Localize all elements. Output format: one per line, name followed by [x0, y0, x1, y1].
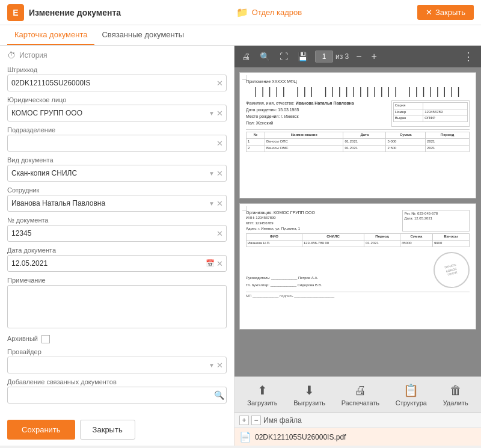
- search-button[interactable]: 🔍: [214, 390, 224, 400]
- structure-icon: 📋: [403, 383, 418, 397]
- doc-type-input-wrap: Скан-копия СНИЛС ▼ ✕: [7, 165, 227, 182]
- doc-date-label: Дата документа: [7, 247, 227, 254]
- tabs-row: Карточка документа Связанные документы: [0, 25, 481, 46]
- doc-number-label: № документа: [7, 216, 227, 224]
- download-button[interactable]: ⬇ Выгрузить: [293, 383, 325, 407]
- print-icon: 🖨: [354, 384, 366, 397]
- page-corner-1: [242, 75, 247, 80]
- pdf-page-info: 1 из 3: [315, 51, 349, 63]
- header-bar: E Изменение документа 📁 Отдел кадров ✕ З…: [0, 0, 481, 25]
- provider-dropdown-icon[interactable]: ▼: [209, 362, 215, 369]
- tab-card[interactable]: Карточка документа: [7, 25, 94, 45]
- save-button[interactable]: Сохранить: [7, 420, 75, 440]
- structure-button[interactable]: 📋 Структура: [396, 383, 427, 407]
- legal-entity-dropdown-icon[interactable]: ▼: [209, 110, 215, 117]
- employee-dropdown-icon[interactable]: ▼: [209, 200, 215, 207]
- barcode-label: Штрихкод: [7, 66, 227, 73]
- barcode-field-group: Штрихкод 02DK121105SU26000IS ✕: [7, 66, 227, 91]
- note-field-group: Примечание: [7, 277, 227, 330]
- doc-table-2: №НаименованиеДатаСуммаПериод 1Взносы ОПС…: [246, 132, 470, 152]
- pdf-page1-content: Приложение XXXXX МФЦ ||||| ||| |||||||||…: [240, 73, 476, 158]
- close-button[interactable]: Закрыть: [80, 420, 135, 440]
- file-list-header-text: Имя файла: [263, 416, 302, 425]
- calendar-icon[interactable]: 📅: [206, 259, 215, 268]
- related-docs-search-input[interactable]: [7, 387, 227, 404]
- bottom-toolbar: ⬆ Загрузить ⬇ Выгрузить 🖨 Распечатать 📋 …: [234, 376, 481, 413]
- stamp-seal: ПЕЧАТЬКОМОСГРУПП: [434, 252, 470, 288]
- pdf-zoom-in-icon[interactable]: +: [369, 50, 379, 63]
- delete-icon: 🗑: [450, 384, 462, 397]
- legal-entity-clear-icon[interactable]: ✕: [216, 109, 223, 118]
- legal-entity-input-wrap: КОМОС ГРУПП ООО ▼ ✕: [7, 105, 227, 121]
- app-logo: E: [7, 4, 24, 21]
- employee-clear-icon[interactable]: ✕: [216, 199, 223, 208]
- folder-icon: 📁: [236, 7, 248, 18]
- doc-number-input-wrap: 12345 ✕: [7, 225, 227, 242]
- print-button[interactable]: 🖨 Распечатать: [342, 384, 379, 407]
- barcode-value[interactable]: 02DK121105SU26000IS: [7, 75, 227, 91]
- note-textarea[interactable]: [7, 285, 227, 328]
- provider-label: Провайдер: [7, 348, 227, 355]
- doc-date-clear-icon[interactable]: ✕: [216, 259, 223, 268]
- doc-number-value[interactable]: 12345: [7, 225, 227, 242]
- file-add-button[interactable]: +: [239, 416, 249, 425]
- bottom-actions: Сохранить Закрыть: [7, 414, 227, 446]
- doc-type-value[interactable]: Скан-копия СНИЛС: [7, 165, 227, 182]
- related-docs-field-group: Добавление связанных документов 🔍: [7, 378, 227, 404]
- header-close-button[interactable]: ✕ Закрыть: [417, 5, 474, 20]
- division-clear-icon[interactable]: ✕: [216, 139, 223, 148]
- doc-date-field-group: Дата документа 12.05.2021 📅 ✕: [7, 247, 227, 272]
- pdf-zoom-out-icon[interactable]: −: [354, 50, 364, 63]
- header-title: Изменение документа: [29, 8, 121, 17]
- page-corner-2: [242, 206, 247, 211]
- pdf-more-options-icon[interactable]: ⋮: [461, 49, 476, 64]
- doc-table-3: ФИОСНИЛСПериодСуммаВзносы Иванова Н.П.12…: [246, 233, 470, 247]
- pdf-content[interactable]: Приложение XXXXX МФЦ ||||| ||| |||||||||…: [234, 67, 481, 376]
- pdf-save-icon[interactable]: 💾: [295, 51, 310, 63]
- doc-type-dropdown-icon[interactable]: ▼: [209, 170, 215, 177]
- file-list: + − Имя файла 📄 02DK121105SU26000IS.pdf: [234, 413, 481, 446]
- pdf-page-1: Приложение XXXXX МФЦ ||||| ||| |||||||||…: [239, 72, 476, 198]
- archive-checkbox[interactable]: [41, 335, 50, 343]
- related-docs-label: Добавление связанных документов: [7, 378, 227, 385]
- tab-related[interactable]: Связанные документы: [94, 25, 191, 45]
- barcode-input-wrap: 02DK121105SU26000IS ✕: [7, 75, 227, 91]
- pdf-file-icon: 📄: [239, 431, 251, 443]
- history-icon: ⏱: [7, 51, 16, 60]
- legal-entity-field-group: Юридическое лицо КОМОС ГРУПП ООО ▼ ✕: [7, 96, 227, 121]
- upload-icon: ⬆: [257, 383, 268, 397]
- close-x-icon: ✕: [426, 8, 432, 17]
- delete-button[interactable]: 🗑 Удалить: [443, 384, 468, 407]
- history-label: История: [19, 51, 47, 60]
- legal-entity-value[interactable]: КОМОС ГРУПП ООО: [7, 105, 227, 121]
- file-list-header: + − Имя файла: [234, 413, 481, 428]
- pdf-fullscreen-icon[interactable]: ⛶: [277, 51, 290, 63]
- barcode-clear-icon[interactable]: ✕: [216, 79, 223, 88]
- doc-type-field-group: Вид документа Скан-копия СНИЛС ▼ ✕: [7, 156, 227, 182]
- provider-clear-icon[interactable]: ✕: [216, 361, 223, 370]
- employee-value[interactable]: Иванова Наталья Павловна: [7, 195, 227, 212]
- archive-row: Архивный: [7, 335, 227, 343]
- download-icon: ⬇: [304, 383, 314, 397]
- upload-button[interactable]: ⬆ Загрузить: [247, 383, 277, 407]
- history-row[interactable]: ⏱ История: [7, 51, 227, 60]
- pdf-page-input[interactable]: 1: [315, 51, 333, 63]
- provider-field-group: Провайдер ▼ ✕: [7, 348, 227, 373]
- file-row[interactable]: 📄 02DK121105SU26000IS.pdf: [234, 428, 481, 446]
- provider-value[interactable]: [7, 357, 227, 373]
- doc-table-1: Серия Номер123456789 ВыданОПФР: [393, 102, 468, 122]
- doc-date-value[interactable]: 12.05.2021: [7, 255, 227, 272]
- main-content: ⏱ История Штрихкод 02DK121105SU26000IS ✕…: [0, 46, 481, 446]
- file-remove-button[interactable]: −: [251, 416, 261, 425]
- doc-type-label: Вид документа: [7, 156, 227, 164]
- pdf-print-icon[interactable]: 🖨: [239, 51, 253, 63]
- header-left: E Изменение документа: [7, 4, 121, 21]
- doc-number-clear-icon[interactable]: ✕: [216, 229, 223, 238]
- doc-type-clear-icon[interactable]: ✕: [216, 169, 223, 178]
- doc-number-field-group: № документа 12345 ✕: [7, 216, 227, 242]
- note-label: Примечание: [7, 277, 227, 284]
- division-value[interactable]: [7, 135, 227, 152]
- right-panel: 🖨 🔍 ⛶ 💾 1 из 3 − + ⋮ Приложение XXXXX МФ…: [234, 46, 481, 446]
- pdf-search-icon[interactable]: 🔍: [257, 51, 272, 63]
- file-name: 02DK121105SU26000IS.pdf: [255, 433, 346, 441]
